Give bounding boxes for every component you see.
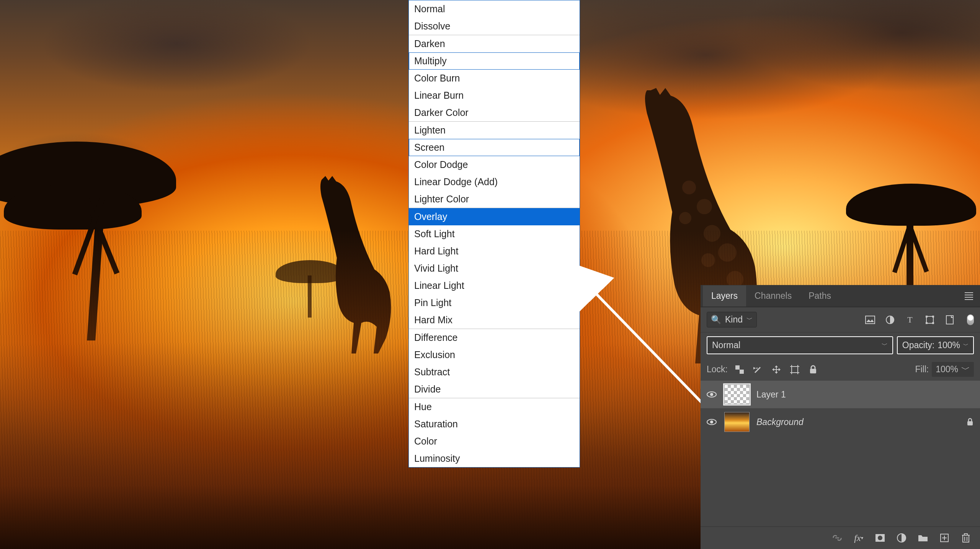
lock-pixels-icon[interactable] [752,364,764,375]
svg-rect-9 [866,316,875,324]
chevron-down-icon: ﹀ [963,342,969,349]
group-icon[interactable] [917,532,929,544]
svg-rect-14 [932,316,934,318]
layer-row[interactable]: Layer 1 [701,381,980,408]
blend-mode-option[interactable]: Saturation [409,415,580,433]
blend-mode-option[interactable]: Pin Light [409,294,580,311]
blend-mode-option[interactable]: Linear Light [409,277,580,294]
lock-artboard-icon[interactable] [789,364,800,375]
filter-pixel-icon[interactable] [864,314,876,326]
blend-mode-option[interactable]: Color Dodge [409,156,580,173]
filter-kind-label: Kind [725,314,743,325]
svg-rect-39 [963,535,969,542]
fill-control[interactable]: 100% ﹀ [932,362,974,377]
lock-row: Lock: Fill: 100% ﹀ [701,358,980,381]
layer-thumbnail[interactable] [724,384,750,404]
blend-mode-option[interactable]: Darken [409,35,580,52]
layer-name[interactable]: Layer 1 [756,389,974,400]
blend-mode-option[interactable]: Linear Dodge (Add) [409,173,580,191]
blend-mode-option[interactable]: Darker Color [409,104,580,121]
svg-point-1 [697,199,712,214]
layer-fx-icon[interactable]: fx▾ [853,532,864,544]
svg-rect-15 [926,322,928,324]
svg-rect-21 [792,367,798,373]
chevron-down-icon: ﹀ [961,363,970,375]
opacity-control[interactable]: Opacity: 100% ﹀ [897,336,974,354]
panel-footer: fx▾ [701,526,980,549]
opacity-label: Opacity: [902,340,934,350]
blend-mode-option[interactable]: Subtract [409,363,580,381]
svg-point-2 [679,212,691,224]
layer-row[interactable]: Background [701,408,980,436]
blend-mode-option[interactable]: Hard Mix [409,311,580,329]
blend-mode-value: Normal [712,340,740,350]
blend-opacity-row: Normal ﹀ Opacity: 100% ﹀ [701,332,980,358]
blend-mode-option[interactable]: Linear Burn [409,87,580,104]
link-layers-icon[interactable] [831,532,843,544]
blend-mode-option[interactable]: Color Burn [409,70,580,87]
blend-mode-option[interactable]: Screen [409,139,580,156]
svg-point-0 [682,181,696,194]
fill-label: Fill: [915,364,929,375]
chevron-down-icon: ﹀ [882,341,888,349]
chevron-down-icon: ﹀ [746,316,753,324]
tab-channels[interactable]: Channels [746,285,800,306]
blend-mode-option[interactable]: Luminosity [409,450,580,467]
blend-mode-dropdown[interactable]: NormalDissolveDarkenMultiplyColor BurnLi… [408,0,580,468]
blend-mode-option[interactable]: Multiply [409,52,580,70]
blend-mode-option[interactable]: Overlay [409,208,580,225]
adjustment-layer-icon[interactable] [896,532,907,544]
panel-tabs: Layers Channels Paths [701,285,980,307]
filter-toggle[interactable] [967,314,974,325]
blend-mode-option[interactable]: Color [409,433,580,450]
blend-mode-option[interactable]: Dissolve [409,18,580,35]
search-icon: 🔍 [711,315,721,325]
svg-rect-16 [932,322,934,324]
svg-point-28 [710,393,713,396]
layer-name[interactable]: Background [756,417,959,427]
blend-mode-option[interactable]: Vivid Light [409,260,580,277]
filter-adjustment-icon[interactable] [884,314,896,326]
blend-mode-select[interactable]: Normal ﹀ [707,336,893,354]
svg-rect-13 [926,316,928,318]
blend-mode-option[interactable]: Hard Light [409,243,580,260]
trash-icon[interactable] [960,532,972,544]
svg-point-30 [710,420,713,424]
blend-mode-option[interactable]: Lighter Color [409,191,580,208]
opacity-value: 100% [938,340,960,350]
tab-layers[interactable]: Layers [703,285,746,306]
blend-mode-option[interactable]: Exclusion [409,346,580,363]
fill-value: 100% [936,364,958,375]
svg-point-34 [878,536,882,540]
filter-smart-icon[interactable] [944,314,956,326]
lock-all-icon[interactable] [807,364,819,375]
visibility-eye-icon[interactable] [707,391,717,398]
svg-rect-26 [810,369,816,373]
filter-type-icon[interactable]: T [904,314,916,326]
svg-rect-31 [967,421,973,425]
lock-icon[interactable] [966,418,974,426]
layer-mask-icon[interactable] [874,532,886,544]
blend-mode-option[interactable]: Divide [409,381,580,398]
lock-position-icon[interactable] [771,364,782,375]
new-layer-icon[interactable] [939,532,950,544]
filter-kind-select[interactable]: 🔍 Kind ﹀ [707,312,757,327]
lock-label: Lock: [707,364,728,375]
svg-rect-17 [946,316,953,324]
panel-menu-icon[interactable] [960,289,978,303]
visibility-eye-icon[interactable] [707,419,717,425]
blend-mode-option[interactable]: Hue [409,398,580,415]
blend-mode-option[interactable]: Difference [409,329,580,346]
tab-paths[interactable]: Paths [800,285,840,306]
blend-mode-option[interactable]: Soft Light [409,225,580,243]
blend-mode-option[interactable]: Normal [409,0,580,18]
layer-filter-row: 🔍 Kind ﹀ T [701,307,980,332]
blend-mode-option[interactable]: Lighten [409,122,580,139]
lock-transparency-icon[interactable] [734,364,745,375]
svg-text:T: T [907,315,913,324]
layer-thumbnail[interactable] [724,412,750,432]
layers-panel: Layers Channels Paths 🔍 Kind ﹀ T Normal … [701,285,980,549]
filter-shape-icon[interactable] [924,314,936,326]
svg-rect-41 [964,534,967,535]
svg-rect-19 [735,365,740,370]
